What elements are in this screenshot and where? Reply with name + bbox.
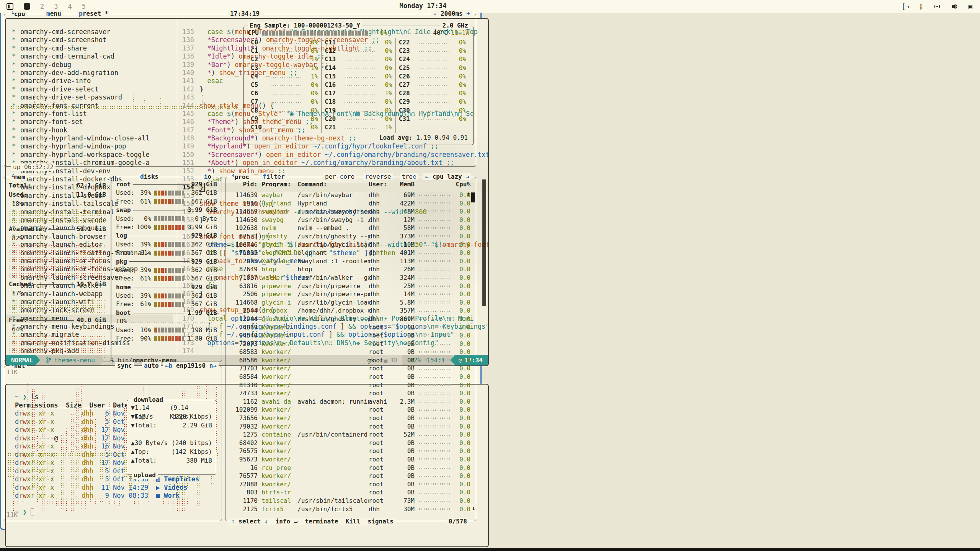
- process-row[interactable]: 76575kworker/root0B0.0: [229, 447, 470, 455]
- preset-button[interactable]: preset *: [77, 10, 110, 17]
- process-row[interactable]: 68584kworker/root0B0.0: [229, 373, 470, 381]
- workspace-4[interactable]: 4: [68, 3, 72, 10]
- process-row[interactable]: 81310kworker/root0B0.0: [229, 381, 470, 390]
- process-row[interactable]: 68583kworker/root0B0.0: [229, 348, 470, 356]
- proc-memory: 0B: [393, 323, 415, 332]
- process-row[interactable]: 114668glycin-i/usr/lib/glycin-loadersdhh…: [229, 298, 470, 307]
- process-row[interactable]: 1275containe/usr/bin/containerdroot52M0.…: [229, 430, 470, 439]
- core-usage: 0%: [453, 55, 466, 64]
- net-graph-column: [46, 498, 49, 504]
- process-row[interactable]: 102099kworker/root0B0.0: [229, 406, 470, 414]
- proc-cpu-percent: 0.0: [455, 348, 470, 356]
- process-row[interactable]: 16rcu_preeroot0B0.0: [229, 464, 470, 472]
- tree-button[interactable]: tree: [400, 173, 418, 180]
- process-row[interactable]: 87573ghostty/usr/bin/ghostty --gtk-dhh37…: [229, 232, 470, 241]
- process-row[interactable]: 2075XwaylandXwayland :1 -rootless -dhh11…: [229, 257, 470, 266]
- process-row[interactable]: 68586kworker/root0B0.0: [229, 356, 470, 365]
- process-row[interactable]: 73656kworker/root0B0.0: [229, 414, 470, 422]
- usage-label: Used:: [116, 266, 134, 274]
- scroll-more-indicator[interactable]: ↓: [470, 504, 477, 512]
- reverse-button[interactable]: reverse: [363, 173, 393, 180]
- process-row[interactable]: 74733kworker/root0B0.0: [229, 389, 470, 398]
- process-row[interactable]: 1170tailscal/usr/sbin/tailscaled --root7…: [229, 497, 470, 505]
- disks-box-title[interactable]: disks: [138, 173, 160, 180]
- network-icon[interactable]: [933, 3, 941, 10]
- core-row: C200%: [325, 115, 392, 123]
- core-row: C260%: [399, 72, 466, 81]
- proc-memory: 0B: [393, 389, 415, 398]
- process-row[interactable]: 71835elephantelephantdhh401M0.0: [229, 249, 470, 257]
- mem-box-title[interactable]: 2mem: [10, 173, 27, 181]
- proc-user: root: [369, 455, 393, 464]
- volume-icon[interactable]: [951, 3, 959, 10]
- process-row[interactable]: 2125fcitx5/usr/bin/fcitx5dhh30M0.0: [229, 505, 470, 514]
- net-graph-column: [172, 498, 175, 509]
- direction-arrow-icon: ▲: [131, 456, 135, 465]
- workspace-3[interactable]: 3: [54, 3, 58, 10]
- meter-gaps: [154, 199, 184, 204]
- proc-scrollbar[interactable]: [471, 192, 475, 202]
- proc-user: root: [369, 447, 393, 455]
- io-mode-button[interactable]: io: [202, 173, 213, 180]
- process-row[interactable]: 106746glycin-i/usr/lib/glycin-loadersdhh…: [229, 241, 470, 249]
- menu-button[interactable]: menu: [44, 10, 63, 17]
- upload-stat-row: ▲ Top:(142 Kibps): [131, 447, 212, 456]
- proc-memory: 0B: [393, 381, 415, 390]
- process-row[interactable]: 87649btopbtopdhh26M0.0: [229, 265, 470, 274]
- clock[interactable]: Monday 17:34: [390, 2, 456, 10]
- process-row[interactable]: 94540kworker/root0B0.0: [229, 331, 470, 340]
- process-row[interactable]: 2506pipewire/usr/bin/pipewire-pulsedhh14…: [229, 290, 470, 298]
- workspace-1-active[interactable]: [24, 3, 30, 10]
- direction-arrow-icon: ▼: [131, 421, 135, 430]
- core-usage: 0%: [453, 72, 466, 81]
- net-auto-button[interactable]: auto: [142, 362, 161, 369]
- process-row[interactable]: 1916HyprlandHyprlanddhh422M0.0: [229, 199, 470, 208]
- net-interface-switcher[interactable]: ←b enp191s0 n→: [163, 362, 219, 369]
- proc-cpu-graph: [418, 409, 451, 411]
- net-stat-value: (9.14 Kibps): [170, 403, 212, 412]
- cpu-graph-baseline: [10, 105, 238, 110]
- process-row[interactable]: 114630swaybg/usr/bin/swaybg -i /homdhh12…: [229, 216, 470, 224]
- process-row[interactable]: 71837walker/usr/bin/walker --gappldhh324…: [229, 274, 470, 282]
- process-row[interactable]: 74869kworker/root0B0.0: [229, 323, 470, 332]
- process-row[interactable]: 73703kworker/root0B0.0: [229, 364, 470, 373]
- update-interval[interactable]: - 2000ms +: [431, 10, 472, 17]
- process-row[interactable]: 114659swayosd-/usr/bin/swayosd-serverdhh…: [229, 207, 470, 216]
- bluetooth-icon[interactable]: ᛒ: [920, 3, 923, 10]
- editor-scrollbar[interactable]: [482, 179, 486, 306]
- process-row[interactable]: 63816pipewire/usr/bin/pipewiredhh25M0.0: [229, 282, 470, 290]
- net-graph-column: [31, 498, 35, 499]
- net-graph-column: [133, 498, 137, 504]
- core-label: C8: [251, 106, 267, 115]
- filter-button[interactable]: filter: [261, 173, 287, 180]
- process-row[interactable]: 72073kworker/root0B0.0: [229, 340, 470, 348]
- process-row[interactable]: 1162avahi-daavahi-daemon: running [avahi…: [229, 398, 470, 406]
- proc-box-title[interactable]: 4proc: [230, 173, 251, 181]
- screencast-icon[interactable]: [→: [902, 3, 909, 10]
- process-row[interactable]: 95673kworker/root0B0.0: [229, 455, 470, 464]
- process-row[interactable]: 12244ghostty/usr/bin/ghostty --gtk-dhh86…: [229, 315, 470, 323]
- cpu-box-title[interactable]: 1cpu: [10, 10, 27, 18]
- net-graph-column: [143, 498, 146, 499]
- core-graph: [344, 126, 376, 129]
- proc-user: root: [369, 373, 393, 381]
- sort-column-switcher[interactable]: ← cpu lazy →: [423, 173, 471, 180]
- core-graph: [270, 41, 302, 44]
- package-icon[interactable]: ▣: [969, 3, 972, 10]
- tray: [→ ᛒ ▣: [902, 0, 972, 13]
- cpu-graph-spike: [99, 102, 101, 105]
- process-row[interactable]: 68402kworker/root0B0.0: [229, 439, 470, 447]
- process-row[interactable]: 76577kworker/root0B0.0: [229, 472, 470, 480]
- per-core-button[interactable]: per-core: [323, 173, 356, 180]
- process-row[interactable]: 2544dropbox/home/dhh/.dropbox-distdhh357…: [229, 306, 470, 315]
- process-row[interactable]: 114639waybar/usr/bin/waybardhh69M0.0: [229, 191, 470, 199]
- workspace-2[interactable]: 2: [40, 3, 44, 10]
- net-graph-column: [85, 459, 88, 482]
- omarchy-logo-icon[interactable]: [6, 3, 14, 10]
- net-sync-button[interactable]: sync: [115, 362, 134, 369]
- process-row[interactable]: 79032kworker/root0B0.0: [229, 422, 470, 431]
- process-row[interactable]: 72088kworker/root0B0.0: [229, 480, 470, 489]
- process-row[interactable]: 102638nvimnvim --embed .dhh58M0.0: [229, 224, 470, 232]
- workspace-5[interactable]: 5: [82, 3, 86, 10]
- process-row[interactable]: 803btrfs-trroot0B0.0: [229, 488, 470, 497]
